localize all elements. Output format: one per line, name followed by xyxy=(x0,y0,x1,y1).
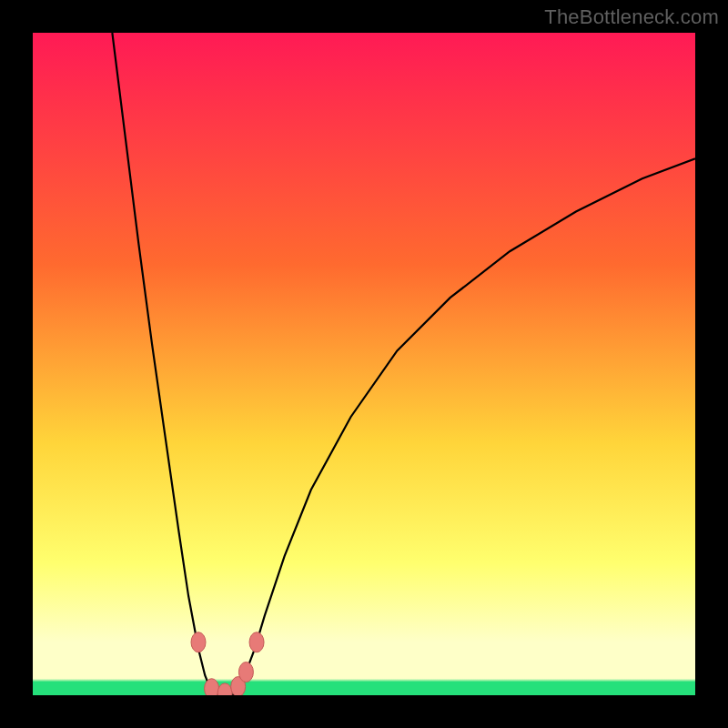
data-marker xyxy=(249,632,264,652)
plot-area xyxy=(33,33,695,695)
data-marker xyxy=(238,662,253,682)
data-marker xyxy=(191,632,206,652)
watermark-label: TheBottleneck.com xyxy=(544,5,719,29)
curve-right-branch xyxy=(238,158,695,692)
data-marker xyxy=(217,683,232,695)
curve-layer xyxy=(33,33,695,695)
curve-left-branch xyxy=(112,33,211,692)
data-marker xyxy=(205,679,219,695)
chart-frame: TheBottleneck.com xyxy=(0,0,728,728)
